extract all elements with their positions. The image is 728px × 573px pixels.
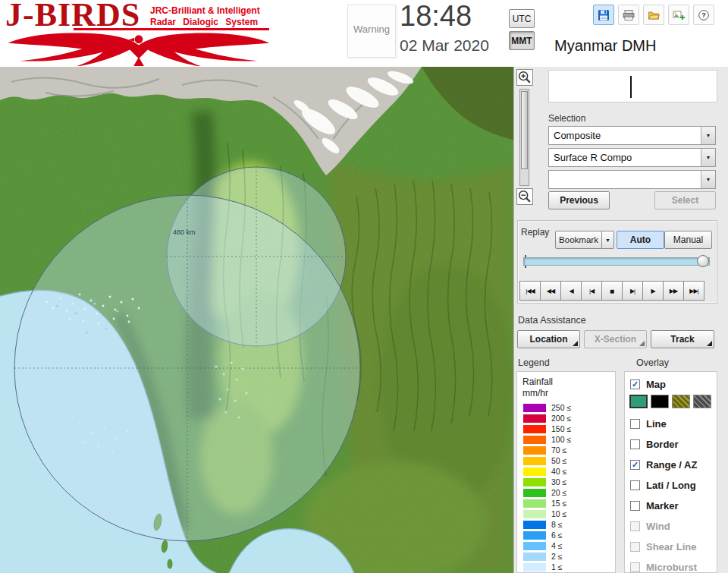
- mmt-button[interactable]: MMT: [509, 31, 535, 50]
- overlay-item-line[interactable]: Line: [630, 416, 667, 431]
- play-reverse-button[interactable]: ◀: [560, 281, 582, 301]
- select-button[interactable]: Select: [654, 191, 716, 209]
- zoom-slider-thumb[interactable]: [521, 91, 528, 169]
- export-image-button[interactable]: [668, 5, 689, 25]
- replay-slider-thumb[interactable]: [697, 255, 709, 267]
- overlay-item-label: Range / AZ: [646, 459, 697, 471]
- station-input[interactable]: [548, 70, 717, 102]
- manual-mode-button[interactable]: Manual: [664, 231, 712, 249]
- save-button[interactable]: [593, 5, 614, 25]
- checkbox: [630, 521, 640, 531]
- header: J-BIRDS JRC-Brilliant & Intelligent Rada…: [0, 0, 728, 67]
- overlay-item-border[interactable]: Border: [630, 436, 679, 452]
- corner-resize-icon: [707, 341, 712, 346]
- chevron-down-icon[interactable]: ▼: [602, 231, 614, 249]
- legend-row: 8 ≤: [517, 519, 615, 530]
- skip-to-start-button[interactable]: |◀◀: [519, 281, 541, 301]
- text-caret: [630, 76, 632, 98]
- legend-color-swatch: [523, 510, 546, 518]
- replay-slider-track[interactable]: [523, 257, 710, 266]
- legend-value: 100 ≤: [551, 435, 571, 444]
- step-back-button[interactable]: |◀: [581, 281, 602, 301]
- overlay-item-label: Border: [646, 439, 679, 450]
- legend-value: 30 ≤: [551, 477, 566, 486]
- auto-mode-button[interactable]: Auto: [617, 231, 664, 249]
- checkbox[interactable]: ✓: [630, 460, 640, 470]
- step-forward-button[interactable]: ▶|: [622, 281, 643, 301]
- zoom-out-button[interactable]: [516, 188, 533, 205]
- fast-forward-button[interactable]: ▶▶: [663, 281, 684, 301]
- legend-value: 10 ≤: [551, 509, 566, 518]
- fast-rewind-button[interactable]: ◀◀: [540, 281, 561, 301]
- legend-value: 8 ≤: [551, 520, 563, 529]
- overlay-item-range-az[interactable]: ✓ Range / AZ: [630, 457, 697, 472]
- legend-row: 4 ≤: [517, 540, 615, 551]
- checkbox[interactable]: [630, 480, 640, 490]
- legend-row: 15 ≤: [517, 498, 615, 508]
- replay-group: Replay Bookmark ▼ Auto Manual |◀◀ ◀◀ ◀ |…: [517, 220, 717, 304]
- radar-map-viewport[interactable]: 480 km: [0, 67, 513, 573]
- clock-time: 18:48: [400, 0, 472, 33]
- clock-date: 02 Mar 2020: [400, 36, 489, 55]
- warning-button[interactable]: Warning: [347, 5, 396, 58]
- overlay-item-shear-line: Shear Line: [630, 539, 696, 554]
- legend-value: 70 ≤: [551, 445, 566, 455]
- product-dropdown[interactable]: Surface R Compo ▼: [548, 148, 716, 167]
- legend-color-swatch: [523, 457, 546, 465]
- chevron-down-icon[interactable]: ▼: [701, 171, 715, 188]
- map-style-swatch-black[interactable]: [651, 395, 669, 408]
- overlay-item-microburst: Microburst: [630, 559, 697, 573]
- legend-color-swatch: [523, 542, 546, 550]
- open-folder-button[interactable]: [643, 5, 664, 25]
- stop-button[interactable]: ■: [601, 281, 623, 301]
- legend-unit-line1: Rainfall: [522, 376, 553, 387]
- print-button[interactable]: [618, 5, 639, 25]
- chevron-down-icon[interactable]: ▼: [701, 149, 715, 166]
- help-button[interactable]: ?: [693, 5, 714, 25]
- overlay-item-label: Wind: [646, 521, 670, 532]
- replay-label: Replay: [521, 227, 549, 238]
- export-image-icon: [673, 9, 685, 21]
- checkbox[interactable]: ✓: [630, 379, 640, 389]
- selection-label: Selection: [548, 113, 585, 124]
- overlay-item-marker[interactable]: Marker: [630, 498, 679, 513]
- zoom-in-button[interactable]: [516, 69, 533, 86]
- legend-label: Legend: [518, 357, 550, 368]
- toolbar: ?: [593, 5, 714, 25]
- skip-to-end-button[interactable]: ▶▶|: [683, 281, 704, 301]
- legend-value: 1 ≤: [551, 562, 563, 571]
- legend-scale: 250 ≤ 200 ≤ 150 ≤ 100 ≤ 70 ≤ 50 ≤ 40 ≤ 3…: [517, 402, 615, 572]
- zoom-slider[interactable]: [519, 89, 529, 186]
- overlay-item-label: Shear Line: [646, 541, 696, 553]
- overlay-label: Overlay: [636, 357, 669, 368]
- previous-button[interactable]: Previous: [548, 191, 610, 209]
- composite-dropdown[interactable]: Composite ▼: [548, 126, 716, 145]
- print-icon: [623, 9, 635, 21]
- overlay-item-wind: Wind: [630, 518, 670, 534]
- track-button[interactable]: Track: [651, 330, 714, 348]
- map-style-swatch-terrain[interactable]: [629, 395, 648, 408]
- map-style-swatch-olive[interactable]: [672, 395, 690, 408]
- utc-button[interactable]: UTC: [509, 9, 535, 28]
- bookmark-split-button: Bookmark ▼: [555, 231, 614, 249]
- location-button[interactable]: Location: [517, 330, 580, 348]
- bookmark-button[interactable]: Bookmark: [555, 231, 602, 249]
- x-section-button[interactable]: X-Section: [584, 330, 647, 348]
- open-folder-icon: [648, 9, 660, 21]
- checkbox[interactable]: [630, 439, 640, 449]
- overlay-item-label: Microburst: [646, 562, 697, 573]
- extra-dropdown[interactable]: ▼: [548, 170, 716, 189]
- legend-value: 4 ≤: [551, 541, 563, 550]
- legend-row: 40 ≤: [517, 466, 615, 477]
- corner-resize-icon: [639, 341, 645, 346]
- checkbox: [630, 542, 640, 552]
- legend-value: 2 ≤: [551, 552, 563, 561]
- checkbox[interactable]: [630, 419, 640, 429]
- map-style-swatch-gray[interactable]: [693, 395, 711, 408]
- overlay-item-map[interactable]: ✓ Map: [630, 376, 666, 392]
- checkbox[interactable]: [630, 501, 640, 511]
- overlay-item-lati-long[interactable]: Lati / Long: [630, 477, 696, 493]
- play-button[interactable]: ▶: [642, 281, 664, 301]
- chevron-down-icon[interactable]: ▼: [701, 127, 715, 144]
- overlay-item-label: Marker: [646, 500, 679, 512]
